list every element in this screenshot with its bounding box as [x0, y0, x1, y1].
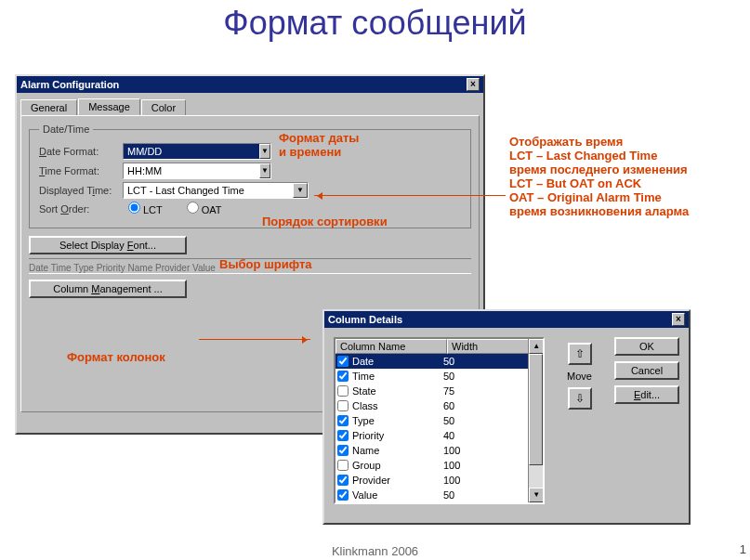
row-width: 50: [443, 371, 454, 382]
table-row[interactable]: Time50: [336, 369, 543, 384]
row-checkbox[interactable]: [337, 400, 349, 411]
row-name: Class: [352, 400, 443, 411]
row-width: 60: [443, 400, 454, 411]
table-row[interactable]: Group100: [336, 458, 543, 473]
table-row[interactable]: Class60: [336, 398, 543, 413]
annotation-arrow: [199, 339, 310, 340]
close-icon[interactable]: ×: [467, 78, 480, 91]
row-name: Type: [352, 415, 443, 426]
scroll-down-icon[interactable]: ▼: [529, 488, 544, 502]
tab-general[interactable]: General: [20, 99, 77, 116]
titlebar[interactable]: Column Details ×: [324, 311, 689, 328]
move-label: Move: [567, 371, 592, 382]
move-down-button[interactable]: ⇩: [568, 387, 592, 410]
cancel-button[interactable]: Cancel: [614, 361, 679, 380]
row-checkbox[interactable]: [337, 385, 349, 397]
row-checkbox[interactable]: [337, 489, 349, 501]
sort-lct-radio[interactable]: LCT: [123, 202, 163, 215]
row-checkbox[interactable]: [337, 445, 349, 456]
date-format-value[interactable]: [124, 144, 259, 159]
row-name: Provider: [352, 475, 443, 486]
table-row[interactable]: Value50: [336, 488, 543, 502]
annotation-font: Выбор шрифта: [219, 258, 312, 272]
row-checkbox[interactable]: [337, 356, 349, 367]
row-name: Priority: [352, 430, 443, 441]
row-width: 50: [443, 356, 454, 367]
tab-message[interactable]: Message: [78, 98, 140, 115]
titlebar[interactable]: Alarm Configuration ×: [17, 76, 483, 93]
annotation-columns: Формат колонок: [67, 351, 165, 365]
footer: Klinkmann 2006: [0, 544, 750, 558]
tab-color[interactable]: Color: [141, 99, 186, 116]
date-format-label: DDate Format:ate Format:: [39, 146, 123, 157]
row-name: Group: [352, 460, 443, 471]
table-row[interactable]: Provider100: [336, 473, 543, 488]
annotation-date-format: Формат даты и времени: [279, 132, 359, 160]
scroll-thumb[interactable]: [529, 354, 543, 465]
time-format-label: Time Format:: [39, 165, 123, 176]
close-icon[interactable]: ×: [672, 313, 685, 326]
row-name: Time: [352, 371, 443, 382]
row-name: Date: [352, 356, 443, 367]
scrollbar[interactable]: ▲ ▼: [528, 339, 543, 502]
chevron-down-icon[interactable]: ▼: [259, 144, 270, 159]
chevron-down-icon[interactable]: ▼: [293, 183, 308, 198]
ok-button[interactable]: OK: [614, 337, 679, 356]
row-name: Name: [352, 445, 443, 456]
row-checkbox[interactable]: [337, 460, 349, 471]
move-up-button[interactable]: ⇧: [568, 343, 592, 365]
columns-list[interactable]: Column Name Width Date50Time50State75Cla…: [334, 337, 545, 504]
window-title: Column Details: [328, 314, 402, 325]
tabstrip: General Message Color: [20, 98, 483, 115]
header-column-name[interactable]: Column Name: [336, 339, 447, 354]
column-management-button[interactable]: Column Management ...: [29, 280, 187, 298]
chevron-down-icon[interactable]: ▼: [259, 163, 270, 178]
time-format-value[interactable]: [124, 163, 259, 178]
window-title: Alarm Configuration: [20, 79, 119, 90]
move-group: ⇧ Move ⇩: [567, 337, 592, 504]
row-width: 50: [443, 489, 454, 501]
row-checkbox[interactable]: [337, 430, 349, 441]
group-legend: Date/Time: [39, 124, 93, 135]
row-checkbox[interactable]: [337, 371, 349, 382]
sort-order-label: Sort Order:: [39, 203, 123, 215]
row-width: 100: [443, 475, 460, 486]
columns-header: Column Name Width: [336, 339, 543, 354]
page-title: Формат сообщений: [0, 4, 750, 43]
radio-lct[interactable]: [128, 202, 140, 214]
page-number: 1: [740, 542, 746, 556]
radio-oat[interactable]: [187, 202, 199, 214]
displayed-time-label: Displayed Time:: [39, 185, 123, 196]
row-width: 50: [443, 415, 454, 426]
row-width: 75: [443, 385, 454, 397]
row-width: 100: [443, 445, 460, 456]
table-row[interactable]: Date50: [336, 354, 543, 369]
row-name: Value: [352, 489, 443, 501]
table-row[interactable]: State75: [336, 384, 543, 398]
sort-oat-radio[interactable]: OAT: [181, 202, 222, 215]
row-width: 40: [443, 430, 454, 441]
edit-button[interactable]: Edit...: [614, 385, 679, 404]
date-format-combo[interactable]: ▼: [123, 143, 271, 160]
time-format-combo[interactable]: ▼: [123, 163, 271, 179]
datetime-group: Date/Time DDate Format:ate Format: ▼ Tim…: [29, 124, 471, 228]
column-details-window: Column Details × Column Name Width Date5…: [322, 309, 691, 525]
annotation-arrow: [314, 195, 506, 196]
row-checkbox[interactable]: [337, 475, 349, 486]
displayed-time-combo[interactable]: ▼: [123, 182, 309, 199]
table-row[interactable]: Type50: [336, 413, 543, 428]
annotation-sort-order: Порядок сортировки: [262, 215, 388, 229]
table-row[interactable]: Name100: [336, 443, 543, 458]
displayed-time-value[interactable]: [124, 183, 293, 198]
annotation-displayed-time: Отображать время LCT – Last Changed Time…: [509, 136, 689, 219]
table-row[interactable]: Priority40: [336, 428, 543, 443]
select-font-button[interactable]: Select Display Font...: [29, 236, 187, 254]
row-width: 100: [443, 460, 460, 471]
row-name: State: [352, 385, 443, 397]
row-checkbox[interactable]: [337, 415, 349, 426]
scroll-up-icon[interactable]: ▲: [529, 339, 544, 354]
